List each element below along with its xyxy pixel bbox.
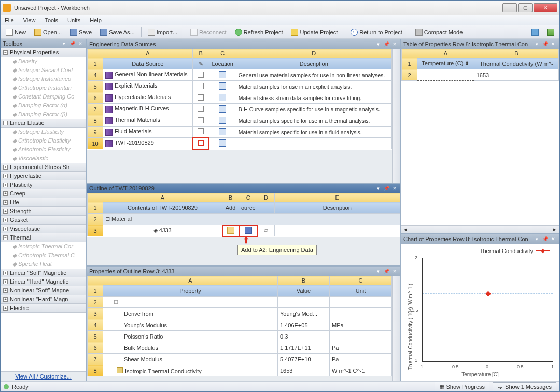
table-row[interactable]: 8Isotropic Thermal Conductivity1653W m^-…	[88, 365, 392, 376]
checkbox[interactable]	[198, 106, 204, 112]
menu-units[interactable]: Units	[67, 17, 80, 23]
minimize-button[interactable]: —	[502, 3, 517, 12]
scrollbar-vertical[interactable]	[392, 49, 400, 183]
accordion-header[interactable]: +Linear "Soft" Magnetic	[1, 269, 86, 277]
accordion-item[interactable]: ◆ Constant Damping Co	[1, 92, 86, 101]
open-button[interactable]: Open...	[32, 27, 64, 37]
import-button[interactable]: Import...	[146, 27, 179, 37]
accordion-item[interactable]: ◆ Isotropic Instantaneo	[1, 75, 86, 83]
table-row[interactable]: 3 ◈ 4J33 ⧉	[88, 225, 400, 236]
accordion-header[interactable]: −Thermal	[1, 233, 86, 242]
new-button[interactable]: New	[4, 27, 28, 37]
table-row[interactable]: 3Derive fromYoung's Mod...	[88, 308, 392, 319]
close-pane-icon[interactable]: ✕	[391, 185, 398, 192]
table-row[interactable]: 4General Non-linear MaterialsGeneral use…	[88, 69, 392, 81]
pin-icon[interactable]: 📌	[541, 235, 549, 243]
checkbox[interactable]	[198, 117, 204, 123]
location-button[interactable]	[219, 94, 226, 101]
show-messages-button[interactable]: 🗨 Show 1 Messages	[493, 382, 556, 391]
eds-table[interactable]: ABCD 1Data SourceLocationDescription 4Ge…	[87, 49, 392, 150]
scrollbar-vertical[interactable]	[392, 276, 400, 381]
accordion-header[interactable]: +Strength	[1, 207, 86, 216]
maximize-button[interactable]: ▢	[518, 3, 533, 12]
accordion-header[interactable]: +Creep	[1, 189, 86, 198]
close-pane-icon[interactable]: ✕	[391, 40, 398, 48]
location-button[interactable]	[219, 139, 226, 147]
table-row[interactable]: 8Thermal MaterialsMaterial samples speci…	[88, 115, 392, 127]
compact-button[interactable]: Compact Mode	[413, 27, 465, 37]
table-row[interactable]: 9Fluid MaterialsMaterial samples specifi…	[88, 127, 392, 138]
accordion-header[interactable]: −Physical Properties	[1, 48, 86, 57]
book-icon[interactable]	[245, 227, 252, 234]
scrollbar-horizontal[interactable]: ◂▸	[401, 225, 559, 233]
close-button[interactable]: ✕	[534, 3, 557, 12]
table-row[interactable]: 5Explicit MaterialsMaterial samples for …	[88, 81, 392, 92]
accordion-item[interactable]: ◆ Isotropic Elasticity	[1, 128, 86, 136]
location-button[interactable]	[219, 117, 226, 124]
table-row[interactable]: 21653	[402, 69, 559, 81]
accordion-header[interactable]: +Experimental Stress Str	[1, 163, 86, 172]
dropdown-icon[interactable]: ▾	[374, 40, 382, 48]
close-pane-icon[interactable]: ✕	[550, 40, 557, 48]
pin-icon[interactable]: 📌	[383, 268, 390, 275]
props-table[interactable]: ABC 1PropertyValueUnit 2⊟ ───────── 3Der…	[87, 276, 392, 376]
filter-button[interactable]	[529, 27, 541, 37]
accordion-header[interactable]: −Linear Elastic	[1, 119, 86, 128]
close-pane-icon[interactable]: ✕	[391, 268, 398, 275]
pin-icon[interactable]: 📌	[68, 40, 76, 47]
dropdown-icon[interactable]: ▾	[60, 40, 67, 47]
dropdown-icon[interactable]: ▾	[533, 235, 540, 243]
accordion-item[interactable]: ◆ Isotropic Thermal Cor	[1, 242, 86, 251]
saveas-button[interactable]: Save As...	[98, 27, 137, 37]
close-pane-icon[interactable]: ✕	[77, 40, 84, 47]
reconnect-button[interactable]: Reconnect	[188, 27, 229, 37]
refresh-button[interactable]: Refresh Project	[233, 27, 285, 37]
table-row[interactable]: 7Shear Modulus5.4077E+10Pa	[88, 354, 392, 365]
accordion-header[interactable]: +Hyperelastic	[1, 172, 86, 180]
prop-table[interactable]: AB 1Temperature (C) ⬍Thermal Conductivit…	[401, 49, 559, 81]
accordion-header[interactable]: +Electric	[1, 304, 86, 313]
dropdown-icon[interactable]: ▾	[533, 40, 540, 48]
checkbox[interactable]	[198, 94, 204, 101]
add-icon[interactable]	[227, 227, 234, 234]
view-all-link[interactable]: View All / Customize...	[1, 371, 86, 381]
checkbox[interactable]	[198, 128, 204, 134]
accordion-header[interactable]: +Nonlinear "Soft" Magne	[1, 286, 86, 295]
accordion-item[interactable]: ◆ Specific Heat	[1, 260, 86, 269]
dropdown-icon[interactable]: ▾	[374, 185, 382, 192]
location-button[interactable]	[219, 105, 226, 113]
accordion-item[interactable]: ◆ Damping Factor (β)	[1, 110, 86, 119]
location-button[interactable]	[219, 128, 226, 135]
accordion-item[interactable]: ◆ Viscoelastic	[1, 154, 86, 163]
menu-file[interactable]: File	[5, 17, 14, 23]
pin-icon[interactable]: 📌	[383, 185, 390, 192]
accordion-item[interactable]: ◆ Damping Factor (α)	[1, 101, 86, 110]
accordion-header[interactable]: +Linear "Hard" Magnetic	[1, 277, 86, 286]
update-button[interactable]: Update Project	[289, 27, 340, 37]
close-pane-icon[interactable]: ✕	[550, 235, 557, 243]
accordion-header[interactable]: +Viscoelastic	[1, 225, 86, 233]
table-row[interactable]: 5Poisson's Ratio0.3	[88, 331, 392, 342]
table-row[interactable]: 6Bulk Modulus1.1717E+11Pa	[88, 342, 392, 354]
show-progress-button[interactable]: ▦ Show Progress	[435, 382, 490, 391]
menu-help[interactable]: Help	[90, 17, 102, 23]
save-button[interactable]: Save	[68, 27, 94, 37]
accordion-header[interactable]: +Nonlinear "Hard" Magn	[1, 295, 86, 304]
accordion-item[interactable]: ◆ Anisotropic Elasticity	[1, 145, 86, 154]
accordion-item[interactable]: ◆ Orthotropic Instantan	[1, 83, 86, 92]
location-button[interactable]	[219, 71, 226, 78]
pin-icon[interactable]: 📌	[383, 40, 390, 48]
menu-tools[interactable]: Tools	[45, 17, 58, 23]
return-button[interactable]: Return to Project	[348, 27, 404, 37]
checkbox[interactable]	[198, 140, 204, 146]
table-row[interactable]: 4Young's Modulus1.406E+05MPa	[88, 319, 392, 331]
accordion-item[interactable]: ◆ Density	[1, 57, 86, 66]
accordion-header[interactable]: +Life	[1, 198, 86, 207]
dropdown-icon[interactable]: ▾	[374, 268, 382, 275]
checkbox[interactable]	[198, 72, 204, 78]
eng-data-button[interactable]	[545, 27, 556, 37]
accordion-item[interactable]: ◆ Isotropic Secant Coef	[1, 66, 86, 75]
accordion-header[interactable]: +Plasticity	[1, 180, 86, 189]
accordion-item[interactable]: ◆ Orthotropic Elasticity	[1, 136, 86, 145]
pin-icon[interactable]: 📌	[541, 40, 549, 48]
